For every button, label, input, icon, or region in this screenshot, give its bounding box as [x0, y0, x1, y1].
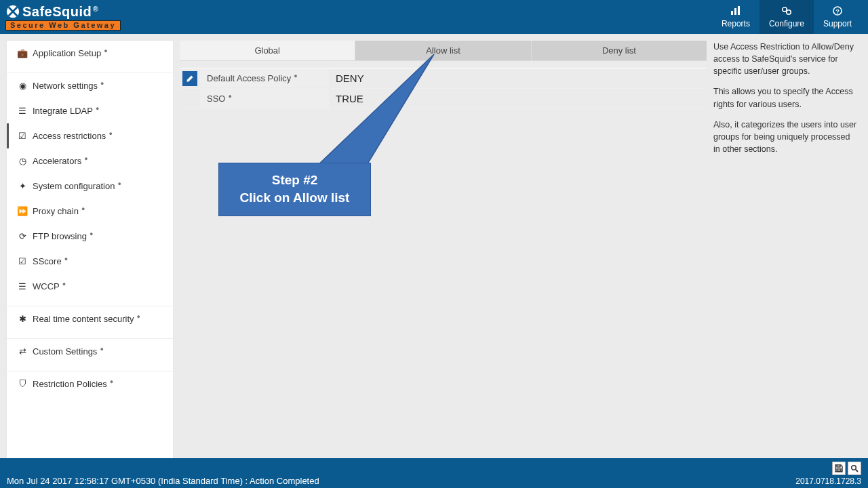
- brand-block: SafeSquid ® Secure Web Gateway: [5, 4, 121, 30]
- policy-table: Default Access Policy ● DENY SSO ● TRUE: [180, 68, 707, 109]
- policy-value: DENY: [329, 68, 707, 88]
- sidebar-item-proxy-chain[interactable]: ⏩ Proxy chain ●: [7, 199, 173, 224]
- sidebar-item-application-setup[interactable]: 💼 Application Setup ●: [7, 41, 173, 66]
- info-icon: ●: [137, 313, 140, 320]
- tabs: Global Allow list Deny list: [180, 41, 707, 61]
- tab-allow-list[interactable]: Allow list: [355, 41, 531, 60]
- svg-point-5: [787, 9, 791, 14]
- info-icon: ●: [62, 281, 66, 287]
- nav-label: Reports: [722, 19, 750, 28]
- sidebar-item-accelerators[interactable]: ◷ Accelerators ●: [7, 148, 173, 174]
- globe-icon: ◉: [16, 81, 28, 91]
- sliders-icon: ⇄: [16, 346, 28, 357]
- tab-deny-list[interactable]: Deny list: [532, 41, 707, 60]
- cogs-icon: [781, 6, 792, 18]
- info-icon: ●: [294, 73, 297, 79]
- policy-row: SSO ● TRUE: [180, 89, 707, 109]
- nav-label: Configure: [769, 19, 804, 28]
- policy-value: TRUE: [329, 89, 707, 108]
- chart-icon: [730, 6, 741, 18]
- info-icon: ●: [108, 130, 112, 137]
- gauge-icon: ◷: [16, 156, 28, 166]
- brand-registered: ®: [93, 6, 98, 13]
- nav-reports[interactable]: Reports: [712, 0, 760, 34]
- sidebar-item-label: Integrate LDAP: [33, 106, 93, 116]
- policy-row: Default Access Policy ● DENY: [180, 68, 707, 89]
- sidebar-item-label: FTP browsing: [33, 231, 87, 241]
- info-icon: ●: [90, 230, 93, 237]
- policy-key-label: SSO: [207, 94, 225, 104]
- search-button[interactable]: [848, 462, 861, 475]
- sidebar: 💼 Application Setup ● ◉ Network settings…: [7, 41, 173, 458]
- info-icon: ●: [104, 47, 107, 54]
- svg-rect-1: [731, 11, 733, 15]
- info-icon: ●: [100, 80, 104, 87]
- svg-rect-2: [734, 8, 736, 15]
- sidebar-item-wccp[interactable]: ☰ WCCP ●: [7, 274, 173, 299]
- tab-label: Deny list: [602, 45, 636, 56]
- footer-status: Mon Jul 24 2017 12:58:17 GMT+0530 (India…: [7, 476, 319, 486]
- main-panel: Global Allow list Deny list Default Acce…: [180, 41, 707, 458]
- help-icon: ?: [833, 6, 842, 18]
- save-button[interactable]: [832, 462, 846, 475]
- svg-text:?: ?: [835, 7, 840, 14]
- info-icon: ●: [64, 256, 68, 262]
- help-panel: Use Access Restriction to Allow/Deny acc…: [713, 41, 861, 458]
- sidebar-item-label: Real time content security: [33, 314, 134, 324]
- bars-icon: ☰: [16, 106, 28, 116]
- sidebar-item-system-configuration[interactable]: ✦ System configuration ●: [7, 174, 173, 199]
- info-icon: ●: [117, 180, 121, 187]
- brand-name-text: SafeSquid: [22, 5, 92, 18]
- sidebar-item-label: Accelerators: [33, 156, 81, 166]
- policy-key: SSO ●: [200, 89, 329, 108]
- sidebar-item-label: WCCP: [33, 281, 60, 291]
- svg-point-4: [783, 7, 787, 11]
- edit-button[interactable]: [182, 71, 197, 86]
- sidebar-item-label: Network settings: [33, 81, 98, 91]
- forward-icon: ⏩: [16, 206, 28, 216]
- sidebar-item-sscore[interactable]: ☑ SScore ●: [7, 249, 173, 274]
- info-icon: ●: [81, 205, 85, 212]
- help-text: This allows you to specify the Access ri…: [713, 85, 857, 110]
- help-text: Use Access Restriction to Allow/Deny acc…: [713, 41, 857, 77]
- sidebar-item-restriction-policies[interactable]: ⛉ Restriction Policies ●: [7, 371, 173, 396]
- sidebar-item-label: Access restrictions: [33, 131, 106, 141]
- help-text: Also, it categorizes the users into user…: [713, 119, 857, 155]
- puzzle-icon: ✦: [16, 181, 28, 191]
- sidebar-item-label: Application Setup: [33, 48, 101, 58]
- refresh-icon: ⟳: [16, 231, 28, 241]
- info-icon: ●: [110, 378, 113, 385]
- briefcase-icon: 💼: [16, 48, 28, 58]
- check-icon: ☑: [16, 256, 28, 266]
- tab-label: Allow list: [426, 45, 460, 56]
- policy-key: Default Access Policy ●: [200, 69, 329, 87]
- info-icon: ●: [228, 93, 231, 100]
- sidebar-item-access-restrictions[interactable]: ☑ Access restrictions ●: [7, 123, 173, 148]
- tab-label: Global: [254, 45, 280, 56]
- brand-logo-icon: [5, 4, 20, 19]
- nav-configure[interactable]: Configure: [760, 0, 814, 34]
- sidebar-item-real-time-content-security[interactable]: ✱ Real time content security ●: [7, 306, 173, 331]
- info-icon: ●: [84, 155, 87, 162]
- sidebar-item-custom-settings[interactable]: ⇄ Custom Settings ●: [7, 338, 173, 364]
- sidebar-item-label: Proxy chain: [33, 206, 79, 216]
- sidebar-item-label: System configuration: [33, 181, 115, 191]
- tab-global[interactable]: Global: [180, 41, 355, 60]
- footer: Mon Jul 24 2017 12:58:17 GMT+0530 (India…: [0, 458, 868, 488]
- sidebar-item-network-settings[interactable]: ◉ Network settings ●: [7, 73, 173, 98]
- header-nav: Reports Configure ? Support: [712, 0, 861, 34]
- svg-point-9: [852, 466, 856, 470]
- svg-rect-3: [738, 6, 740, 15]
- info-icon: ●: [96, 105, 99, 112]
- sidebar-item-label: SScore: [33, 256, 62, 266]
- brand-name: SafeSquid ®: [22, 5, 98, 18]
- svg-line-10: [856, 470, 858, 472]
- sidebar-item-ftp-browsing[interactable]: ⟳ FTP browsing ●: [7, 224, 173, 249]
- policy-key-label: Default Access Policy: [207, 73, 291, 83]
- shield-icon: ⛉: [16, 379, 28, 389]
- bars-icon: ☰: [16, 281, 28, 291]
- footer-version: 2017.0718.1728.3: [795, 476, 861, 486]
- sidebar-item-label: Restriction Policies: [33, 379, 107, 389]
- sidebar-item-integrate-ldap[interactable]: ☰ Integrate LDAP ●: [7, 98, 173, 123]
- nav-support[interactable]: ? Support: [814, 0, 861, 34]
